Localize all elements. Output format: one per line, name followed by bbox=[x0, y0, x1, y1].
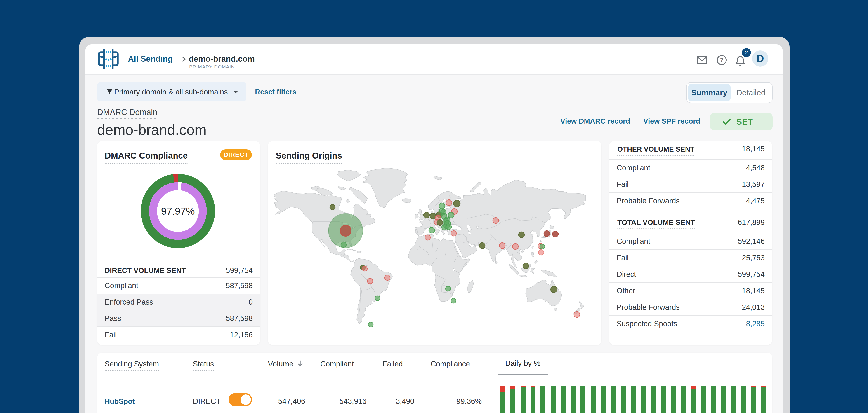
svg-text:97.97%: 97.97% bbox=[161, 205, 195, 217]
svg-text:?: ? bbox=[720, 57, 724, 63]
